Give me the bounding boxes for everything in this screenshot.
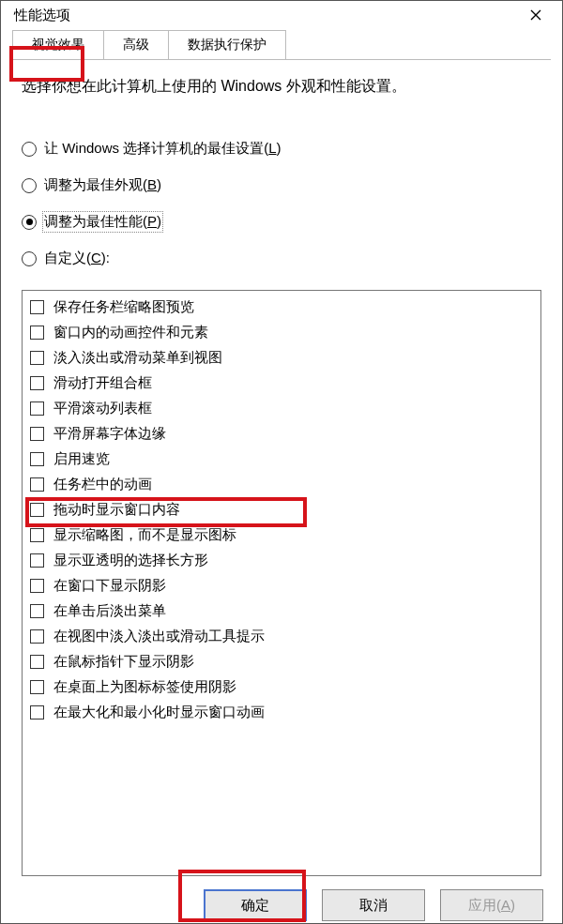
option-item[interactable]: 在桌面上为图标标签使用阴影 (28, 674, 535, 700)
checkbox-icon (30, 528, 44, 542)
tab-dep[interactable]: 数据执行保护 (168, 30, 286, 60)
checkbox-icon (30, 452, 44, 466)
option-item[interactable]: 窗口内的动画控件和元素 (28, 320, 535, 345)
option-label: 淡入淡出或滑动菜单到视图 (53, 349, 222, 367)
titlebar: 性能选项 (1, 1, 562, 29)
option-item[interactable]: 拖动时显示窗口内容 (28, 497, 535, 523)
checkbox-icon (30, 477, 44, 492)
checkbox-icon (30, 655, 44, 669)
option-label: 在视图中淡入淡出或滑动工具提示 (53, 628, 265, 645)
option-item[interactable]: 显示亚透明的选择长方形 (28, 548, 535, 573)
checkbox-icon (30, 629, 44, 644)
option-item[interactable]: 在鼠标指针下显示阴影 (28, 649, 535, 674)
checkbox-icon (30, 427, 44, 441)
close-icon (530, 9, 541, 21)
option-label: 窗口内的动画控件和元素 (53, 324, 208, 341)
option-item[interactable]: 在最大化和最小化时显示窗口动画 (28, 700, 535, 725)
option-label: 任务栏中的动画 (53, 476, 152, 493)
option-label: 在鼠标指针下显示阴影 (53, 653, 194, 671)
option-label: 在最大化和最小化时显示窗口动画 (53, 704, 265, 721)
radio-let-windows[interactable]: 让 Windows 选择计算机的最佳设置(L) (22, 140, 541, 158)
option-item[interactable]: 任务栏中的动画 (28, 472, 535, 497)
option-label: 拖动时显示窗口内容 (53, 501, 180, 519)
option-item[interactable]: 在窗口下显示阴影 (28, 573, 535, 598)
checkbox-icon (30, 326, 44, 340)
checkbox-icon (30, 503, 44, 517)
intro-text: 选择你想在此计算机上使用的 Windows 外观和性能设置。 (22, 77, 541, 97)
radio-icon (22, 251, 37, 266)
window-title: 性能选项 (14, 7, 70, 24)
checkbox-icon (30, 376, 44, 390)
radio-best-appearance[interactable]: 调整为最佳外观(B) (22, 176, 541, 194)
option-label: 滑动打开组合框 (53, 374, 152, 392)
performance-options-window: 性能选项 视觉效果 高级 数据执行保护 选择你想在此计算机上使用的 Window… (0, 0, 563, 924)
option-label: 在窗口下显示阴影 (53, 577, 166, 595)
option-item[interactable]: 在单击后淡出菜单 (28, 598, 535, 624)
radio-best-performance[interactable]: 调整为最佳性能(P) (22, 213, 541, 231)
option-label: 显示缩略图，而不是显示图标 (53, 526, 236, 544)
options-listbox[interactable]: 保存任务栏缩略图预览窗口内的动画控件和元素淡入淡出或滑动菜单到视图滑动打开组合框… (22, 290, 541, 876)
option-item[interactable]: 保存任务栏缩略图预览 (28, 295, 535, 320)
option-label: 显示亚透明的选择长方形 (53, 552, 208, 569)
checkbox-icon (30, 300, 44, 314)
radio-group: 让 Windows 选择计算机的最佳设置(L) 调整为最佳外观(B) 调整为最佳… (22, 129, 541, 286)
option-item[interactable]: 在视图中淡入淡出或滑动工具提示 (28, 624, 535, 649)
tab-visual-effects[interactable]: 视觉效果 (12, 30, 104, 60)
option-item[interactable]: 平滑屏幕字体边缘 (28, 421, 535, 447)
option-item[interactable]: 滑动打开组合框 (28, 371, 535, 396)
option-label: 启用速览 (53, 450, 110, 468)
option-label: 在单击后淡出菜单 (53, 602, 166, 620)
option-label: 在桌面上为图标标签使用阴影 (53, 678, 236, 696)
checkbox-icon (30, 705, 44, 720)
checkbox-icon (30, 401, 44, 416)
option-label: 平滑滚动列表框 (53, 400, 152, 417)
option-label: 平滑屏幕字体边缘 (53, 425, 166, 443)
option-item[interactable]: 启用速览 (28, 447, 535, 472)
checkbox-icon (30, 680, 44, 694)
checkbox-icon (30, 351, 44, 365)
tab-advanced[interactable]: 高级 (103, 30, 169, 60)
option-item[interactable]: 淡入淡出或滑动菜单到视图 (28, 345, 535, 371)
apply-button[interactable]: 应用(A) (440, 889, 543, 921)
checkbox-icon (30, 604, 44, 618)
radio-custom[interactable]: 自定义(C): (22, 250, 541, 267)
checkbox-icon (30, 553, 44, 568)
checkbox-icon (30, 579, 44, 593)
option-label: 保存任务栏缩略图预览 (53, 298, 194, 316)
cancel-button[interactable]: 取消 (322, 889, 425, 921)
tabs: 视觉效果 高级 数据执行保护 (1, 29, 562, 59)
radio-icon (22, 142, 37, 157)
close-button[interactable] (517, 1, 555, 29)
option-item[interactable]: 显示缩略图，而不是显示图标 (28, 523, 535, 548)
ok-button[interactable]: 确定 (204, 889, 307, 921)
dialog-buttons: 确定 取消 应用(A) (1, 886, 562, 924)
radio-icon (22, 178, 37, 193)
tab-content: 选择你想在此计算机上使用的 Windows 外观和性能设置。 让 Windows… (12, 59, 551, 886)
option-item[interactable]: 平滑滚动列表框 (28, 396, 535, 421)
radio-icon (22, 215, 37, 230)
